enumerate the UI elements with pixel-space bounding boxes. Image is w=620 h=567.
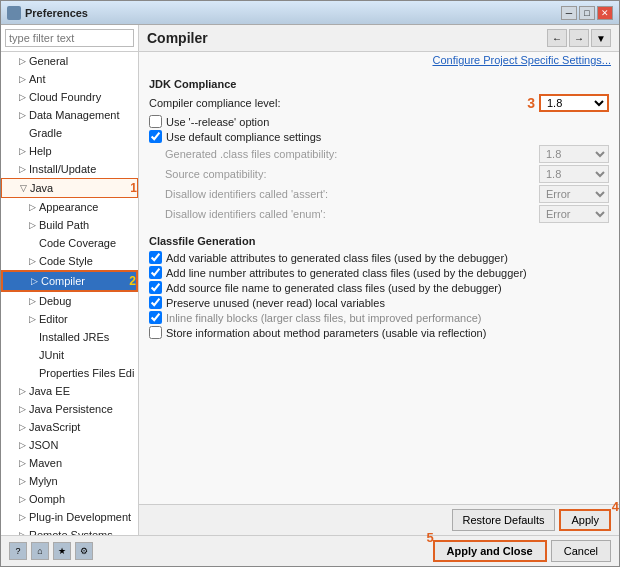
bookmark-icon[interactable]: ★ <box>53 542 71 560</box>
settings-icon[interactable]: ⚙ <box>75 542 93 560</box>
jdk-compliance-title: JDK Compliance <box>149 78 609 90</box>
sidebar-item-label: Properties Files Edi <box>39 365 138 381</box>
classfile-option2-checkbox[interactable] <box>149 266 162 279</box>
classfile-option3-checkbox[interactable] <box>149 281 162 294</box>
panel-body: JDK Compliance Compiler compliance level… <box>139 68 619 504</box>
sidebar-item-ant[interactable]: ▷ Ant <box>1 70 138 88</box>
classfile-option4-checkbox[interactable] <box>149 296 162 309</box>
window-title: Preferences <box>25 7 561 19</box>
sidebar-item-editor[interactable]: ▷ Editor <box>1 310 138 328</box>
sidebar-item-gradle[interactable]: Gradle <box>1 124 138 142</box>
sidebar-item-code-style[interactable]: ▷ Code Style <box>1 252 138 270</box>
arrow-icon: ▷ <box>19 143 29 159</box>
use-default-label: Use default compliance settings <box>166 131 321 143</box>
classfile-option6-row: Store information about method parameter… <box>149 326 609 339</box>
arrow-icon: ▷ <box>29 217 39 233</box>
disallow-assert-row: Disallow identifiers called 'assert': Er… <box>149 185 609 203</box>
sidebar-item-label: Java Persistence <box>29 401 138 417</box>
sidebar-item-junit[interactable]: JUnit <box>1 346 138 364</box>
sidebar-item-general[interactable]: ▷ General <box>1 52 138 70</box>
classfile-option1-checkbox[interactable] <box>149 251 162 264</box>
classfile-option2-row: Add line number attributes to generated … <box>149 266 609 279</box>
apply-button[interactable]: Apply <box>559 509 611 531</box>
classfile-option5-checkbox[interactable] <box>149 311 162 324</box>
compliance-select[interactable]: 1.8 1.7 1.6 <box>539 94 609 112</box>
sidebar-item-debug[interactable]: ▷ Debug <box>1 292 138 310</box>
filter-input[interactable] <box>5 29 134 47</box>
sidebar-item-remote-systems[interactable]: ▷ Remote Systems <box>1 526 138 535</box>
sidebar-item-oomph[interactable]: ▷ Oomph <box>1 490 138 508</box>
sidebar-item-compiler[interactable]: ▷ Compiler 2 <box>1 270 138 292</box>
sidebar-item-java-ee[interactable]: ▷ Java EE <box>1 382 138 400</box>
use-release-checkbox[interactable] <box>149 115 162 128</box>
sidebar-item-json[interactable]: ▷ JSON <box>1 436 138 454</box>
source-compat-label: Source compatibility: <box>165 168 267 180</box>
sidebar-item-label: Installed JREs <box>39 329 138 345</box>
sidebar-item-build-path[interactable]: ▷ Build Path <box>1 216 138 234</box>
arrow-icon: ▷ <box>29 311 39 327</box>
sidebar-item-mylyn[interactable]: ▷ Mylyn <box>1 472 138 490</box>
sidebar-item-label: Help <box>29 143 138 159</box>
sidebar-item-label: Ant <box>29 71 138 87</box>
sidebar-item-java-persistence[interactable]: ▷ Java Persistence <box>1 400 138 418</box>
badge-3: 3 <box>527 95 535 111</box>
arrow-icon: ▷ <box>19 437 29 453</box>
disallow-enum-row: Disallow identifiers called 'enum': Erro… <box>149 205 609 223</box>
sidebar-item-label: Gradle <box>29 125 138 141</box>
forward-button[interactable]: → <box>569 29 589 47</box>
restore-defaults-button[interactable]: Restore Defaults <box>452 509 556 531</box>
arrow-icon: ▷ <box>19 473 29 489</box>
arrow-icon: ▷ <box>19 107 29 123</box>
classfile-option6-checkbox[interactable] <box>149 326 162 339</box>
sidebar-item-install-update[interactable]: ▷ Install/Update <box>1 160 138 178</box>
help-icon[interactable]: ? <box>9 542 27 560</box>
source-compat-select[interactable]: 1.8 <box>539 165 609 183</box>
cancel-button[interactable]: Cancel <box>551 540 611 562</box>
sidebar-item-help[interactable]: ▷ Help <box>1 142 138 160</box>
panel-header: Compiler ← → ▼ <box>139 25 619 52</box>
sidebar-item-data-management[interactable]: ▷ Data Management <box>1 106 138 124</box>
sidebar-item-label: Code Coverage <box>39 235 138 251</box>
minimize-button[interactable]: ─ <box>561 6 577 20</box>
sidebar-item-javascript[interactable]: ▷ JavaScript <box>1 418 138 436</box>
home-icon[interactable]: ⌂ <box>31 542 49 560</box>
sidebar-item-plugin-development[interactable]: ▷ Plug-in Development <box>1 508 138 526</box>
close-button[interactable]: ✕ <box>597 6 613 20</box>
maximize-button[interactable]: □ <box>579 6 595 20</box>
classfile-option4-label: Preserve unused (never read) local varia… <box>166 297 385 309</box>
window-icon <box>7 6 21 20</box>
sidebar-item-label: Plug-in Development <box>29 509 138 525</box>
footer-bar: ? ⌂ ★ ⚙ 5 Apply and Close Cancel <box>1 535 619 566</box>
use-default-row: Use default compliance settings <box>149 130 609 143</box>
sidebar-item-appearance[interactable]: ▷ Appearance <box>1 198 138 216</box>
sidebar-item-cloud-foundry[interactable]: ▷ Cloud Foundry <box>1 88 138 106</box>
sidebar-item-label: Install/Update <box>29 161 138 177</box>
panel-toolbar: ← → ▼ <box>547 29 611 47</box>
arrow-icon: ▷ <box>19 527 29 535</box>
sidebar-item-label: Data Management <box>29 107 138 123</box>
disallow-enum-label: Disallow identifiers called 'enum': <box>165 208 326 220</box>
sidebar-item-label: Java EE <box>29 383 138 399</box>
menu-button[interactable]: ▼ <box>591 29 611 47</box>
bottom-bar: Restore Defaults 4 Apply <box>139 504 619 535</box>
generated-files-select[interactable]: 1.8 <box>539 145 609 163</box>
sidebar-item-label: General <box>29 53 138 69</box>
sidebar-item-code-coverage[interactable]: Code Coverage <box>1 234 138 252</box>
disallow-assert-select[interactable]: Error <box>539 185 609 203</box>
compliance-level-row: Compiler compliance level: 3 1.8 1.7 1.6 <box>149 94 609 112</box>
apply-and-close-button[interactable]: Apply and Close <box>433 540 547 562</box>
sidebar-item-java[interactable]: ▽ Java 1 <box>1 178 138 198</box>
use-default-checkbox[interactable] <box>149 130 162 143</box>
classfile-option1-label: Add variable attributes to generated cla… <box>166 252 508 264</box>
sidebar-item-label: Appearance <box>39 199 138 215</box>
sidebar-item-maven[interactable]: ▷ Maven <box>1 454 138 472</box>
sidebar-item-installed-jres[interactable]: Installed JREs <box>1 328 138 346</box>
disallow-enum-select[interactable]: Error <box>539 205 609 223</box>
sidebar-item-properties-files-edi[interactable]: Properties Files Edi <box>1 364 138 382</box>
arrow-icon: ▷ <box>31 273 41 289</box>
source-compat-row: Source compatibility: 1.8 <box>149 165 609 183</box>
configure-link[interactable]: Configure Project Specific Settings... <box>139 52 619 68</box>
sidebar-item-label: JUnit <box>39 347 138 363</box>
back-button[interactable]: ← <box>547 29 567 47</box>
right-panel: Compiler ← → ▼ Configure Project Specifi… <box>139 25 619 535</box>
